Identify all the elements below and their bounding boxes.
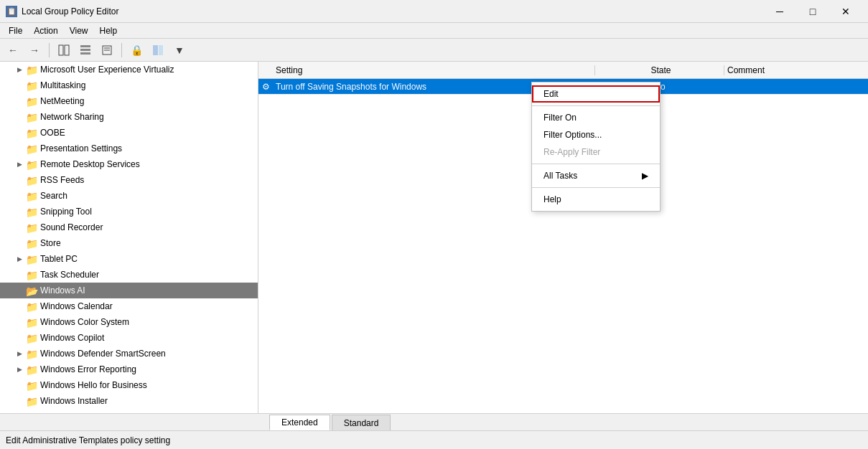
sidebar-item-netmeeting[interactable]: 📁 NetMeeting: [0, 93, 258, 109]
svg-rect-3: [80, 49, 90, 51]
context-menu-help[interactable]: Help: [532, 191, 660, 208]
sidebar-item-label: Presentation Settings: [40, 143, 122, 153]
sidebar-item-ms-user-exp[interactable]: ▶ 📁 Microsoft User Experience Virtualiz: [0, 62, 258, 77]
folder-icon: 📁: [26, 222, 37, 232]
toolbar-separator-1: [49, 43, 50, 57]
folder-icon: 📁: [26, 349, 37, 359]
forward-button[interactable]: →: [24, 41, 45, 60]
context-menu-edit-label: Edit: [543, 89, 559, 99]
sidebar-item-label: Multitasking: [40, 80, 85, 90]
context-menu-separator-2: [532, 164, 660, 164]
export-button[interactable]: [148, 41, 168, 60]
context-menu-all-tasks-label: All Tasks: [543, 171, 577, 181]
sidebar-item-windows-ai[interactable]: 📂 Windows AI: [0, 283, 258, 298]
context-menu-all-tasks[interactable]: All Tasks ▶: [532, 167, 660, 184]
context-menu-filter-options-label: Filter Options...: [543, 130, 602, 140]
filter-button[interactable]: ▼: [169, 41, 190, 60]
status-bar-text: Edit Administrative Templates policy set…: [6, 435, 170, 445]
expand-arrow-tablet-pc: ▶: [14, 254, 24, 264]
expand-arrow-windows-hello: [14, 380, 24, 390]
sidebar-item-label: Windows Hello for Business: [40, 380, 147, 390]
properties-button[interactable]: [97, 41, 117, 60]
expand-arrow-snipping-tool: [14, 207, 24, 217]
context-menu-separator-1: [532, 105, 660, 106]
sidebar-item-network-sharing[interactable]: 📁 Network Sharing: [0, 109, 258, 125]
folder-icon: 📁: [26, 333, 37, 343]
sidebar-item-windows-calendar[interactable]: 📁 Windows Calendar: [0, 298, 258, 314]
folder-icon: 📁: [26, 80, 37, 90]
sidebar-item-windows-defender[interactable]: ▶ 📁 Windows Defender SmartScreen: [0, 346, 258, 361]
status-bar: Edit Administrative Templates policy set…: [0, 430, 868, 449]
sidebar-item-sound-recorder[interactable]: 📁 Sound Recorder: [0, 219, 258, 235]
svg-rect-0: [59, 45, 63, 55]
sidebar-item-oobe[interactable]: 📁 OOBE: [0, 125, 258, 141]
expand-arrow-netmeeting: [14, 96, 24, 106]
sidebar-item-label: Task Scheduler: [40, 270, 99, 280]
sidebar-item-label: Sound Recorder: [40, 222, 103, 232]
title-bar-text: Local Group Policy Editor: [22, 6, 763, 16]
expand-arrow-sound-recorder: [14, 222, 24, 232]
expand-arrow-windows-color-system: [14, 317, 24, 327]
expand-arrow-presentation-settings: [14, 143, 24, 153]
sidebar-item-label: Network Sharing: [40, 112, 104, 122]
context-menu-edit[interactable]: Edit: [532, 85, 660, 103]
context-menu-filter-on[interactable]: Filter On: [532, 109, 660, 126]
sidebar-item-presentation-settings[interactable]: 📁 Presentation Settings: [0, 141, 258, 156]
row-setting-icon: ⚙: [258, 82, 273, 92]
sidebar-item-search[interactable]: 📁 Search: [0, 188, 258, 204]
sidebar-item-label: Search: [40, 191, 67, 201]
expand-arrow-remote-desktop: ▶: [14, 159, 24, 169]
context-menu-re-apply-filter-label: Re-Apply Filter: [543, 147, 600, 157]
menu-bar: File Action View Help: [0, 23, 868, 39]
folder-icon: 📁: [26, 317, 37, 327]
tab-extended[interactable]: Extended: [269, 415, 330, 430]
sidebar-item-windows-error[interactable]: ▶ 📁 Windows Error Reporting: [0, 361, 258, 377]
svg-rect-2: [80, 45, 90, 47]
folder-icon: 📁: [26, 396, 37, 406]
folder-icon: 📁: [26, 364, 37, 374]
folder-icon: 📂: [26, 285, 37, 296]
sidebar-item-label: Microsoft User Experience Virtualiz: [40, 65, 174, 75]
menu-action[interactable]: Action: [28, 24, 63, 37]
window-controls: ─ □ ✕: [763, 0, 862, 23]
col-header-setting: Setting: [258, 65, 595, 75]
context-menu-filter-options[interactable]: Filter Options...: [532, 126, 660, 143]
sidebar-item-windows-copilot[interactable]: 📁 Windows Copilot: [0, 330, 258, 346]
col-header-comment: Comment: [724, 65, 868, 75]
sidebar-item-windows-color-system[interactable]: 📁 Windows Color System: [0, 314, 258, 330]
minimize-button[interactable]: ─: [763, 0, 796, 23]
expand-arrow-windows-calendar: [14, 301, 24, 311]
tab-standard[interactable]: Standard: [332, 415, 391, 430]
toolbar-separator-2: [121, 43, 122, 57]
expand-arrow-windows-installer: [14, 396, 24, 406]
close-button[interactable]: ✕: [829, 0, 862, 23]
expand-arrow-oobe: [14, 128, 24, 138]
sidebar-item-rss-feeds[interactable]: 📁 RSS Feeds: [0, 172, 258, 188]
sidebar-item-tablet-pc[interactable]: ▶ 📁 Tablet PC: [0, 251, 258, 267]
sidebar-item-windows-installer[interactable]: 📁 Windows Installer: [0, 393, 258, 409]
sidebar-item-remote-desktop[interactable]: ▶ 📁 Remote Desktop Services: [0, 156, 258, 172]
expand-arrow-windows-defender: ▶: [14, 349, 24, 359]
maximize-button[interactable]: □: [796, 0, 829, 23]
sidebar-tree[interactable]: ▶ 📁 Microsoft User Experience Virtualiz …: [0, 62, 258, 413]
sidebar-item-windows-hello[interactable]: 📁 Windows Hello for Business: [0, 377, 258, 393]
menu-file[interactable]: File: [3, 24, 28, 37]
menu-view[interactable]: View: [64, 24, 94, 37]
menu-help[interactable]: Help: [94, 24, 123, 37]
svg-rect-8: [153, 45, 158, 55]
expand-arrow-store: [14, 238, 24, 248]
lock-button[interactable]: 🔒: [126, 41, 146, 60]
sidebar-item-label: Windows Error Reporting: [40, 364, 136, 374]
back-button[interactable]: ←: [3, 41, 23, 60]
sidebar-item-multitasking[interactable]: 📁 Multitasking: [0, 77, 258, 93]
tab-extended-label: Extended: [281, 417, 318, 427]
sidebar-item-store[interactable]: 📁 Store: [0, 235, 258, 251]
folder-icon: 📁: [26, 175, 37, 185]
expand-arrow-windows-ai: [14, 285, 24, 296]
show-hide-button[interactable]: [54, 41, 74, 60]
col-header-state: State: [595, 65, 724, 75]
view-button[interactable]: [75, 41, 95, 60]
sidebar-item-label: Windows Installer: [40, 396, 108, 406]
sidebar-item-task-scheduler[interactable]: 📁 Task Scheduler: [0, 267, 258, 283]
sidebar-item-snipping-tool[interactable]: 📁 Snipping Tool: [0, 204, 258, 219]
